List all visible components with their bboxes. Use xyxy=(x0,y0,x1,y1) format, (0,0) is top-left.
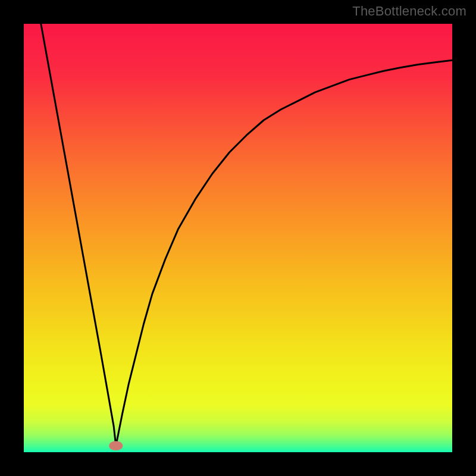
watermark-text: TheBottleneck.com xyxy=(352,4,466,19)
gradient-background xyxy=(24,24,452,452)
plot-svg xyxy=(24,24,452,452)
chart-frame: TheBottleneck.com xyxy=(0,0,476,476)
plot-area xyxy=(24,24,452,452)
optimum-marker xyxy=(109,441,123,450)
